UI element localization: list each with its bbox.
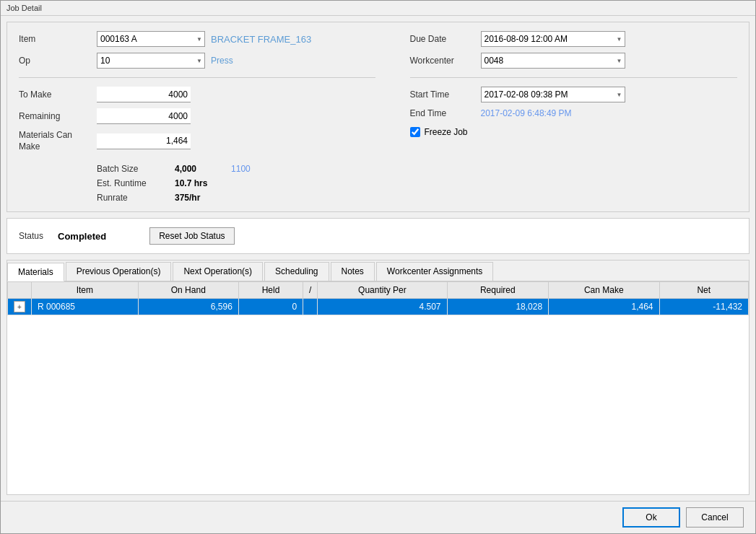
- row-on-hand: 6,596: [138, 299, 238, 315]
- tab-workcenter-assignments[interactable]: Workcenter Assignments: [376, 262, 494, 281]
- bottom-bar: Ok Cancel: [1, 501, 755, 533]
- item-select[interactable]: 000163 A: [97, 31, 205, 47]
- due-date-combo-wrapper[interactable]: 2016-08-09 12:00 AM: [481, 31, 625, 47]
- tab-content-materials: Item On Hand Held /: [7, 281, 749, 494]
- item-row: Item 000163 A BRACKET FRAME_163: [19, 31, 375, 47]
- tab-bar: Materials Previous Operation(s) Next Ope…: [7, 261, 749, 281]
- materials-table: Item On Hand Held /: [7, 281, 749, 315]
- left-column: Item 000163 A BRACKET FRAME_163 Op 10: [19, 31, 375, 203]
- right-column: Due Date 2016-08-09 12:00 AM Workcenter …: [381, 31, 738, 203]
- op-row: Op 10 Press: [19, 53, 375, 69]
- op-select[interactable]: 10: [97, 53, 205, 69]
- item-label: Item: [19, 34, 91, 44]
- batch-size-label: Batch Size: [97, 164, 169, 174]
- remaining-row: Remaining: [19, 108, 375, 124]
- start-time-row: Start Time 2017-02-08 09:38 PM: [410, 87, 738, 102]
- due-date-select[interactable]: 2016-08-09 12:00 AM: [481, 31, 625, 47]
- tab-notes[interactable]: Notes: [331, 262, 375, 281]
- th-slash: /: [303, 282, 318, 299]
- row-required: 18,028: [447, 299, 549, 315]
- row-net: -11,432: [659, 299, 749, 315]
- runrate-row: Runrate 375/hr: [97, 193, 375, 203]
- tabs-section: Materials Previous Operation(s) Next Ope…: [6, 260, 750, 495]
- workcenter-select[interactable]: 0048: [481, 53, 625, 69]
- tab-next-operations[interactable]: Next Operation(s): [173, 262, 263, 281]
- row-quantity-per: 4.507: [318, 299, 447, 315]
- batch-size-row: Batch Size 4,000 1100: [97, 164, 375, 174]
- materials-can-make-row: Materials CanMake: [19, 130, 375, 152]
- main-content: Item 000163 A BRACKET FRAME_163 Op 10: [1, 16, 755, 501]
- runrate-value: 375/hr: [175, 193, 200, 203]
- runrate-label: Runrate: [97, 193, 169, 203]
- row-item: R 000685: [32, 299, 139, 315]
- th-can-make[interactable]: Can Make: [549, 282, 659, 299]
- th-on-hand[interactable]: On Hand: [138, 282, 238, 299]
- th-expander: [8, 282, 32, 299]
- tab-scheduling[interactable]: Scheduling: [264, 262, 329, 281]
- end-time-row: End Time 2017-02-09 6:48:49 PM: [410, 108, 738, 118]
- expand-icon[interactable]: +: [14, 301, 25, 312]
- due-date-row: Due Date 2016-08-09 12:00 AM: [410, 31, 738, 47]
- table-header-row: Item On Hand Held /: [8, 282, 749, 299]
- materials-can-make-label: Materials CanMake: [19, 130, 91, 152]
- cancel-button[interactable]: Cancel: [686, 507, 744, 528]
- materials-can-make-input[interactable]: [97, 134, 191, 149]
- to-make-input[interactable]: [97, 87, 191, 102]
- window-title: Job Detail: [6, 4, 42, 12]
- freeze-job-label: Freeze Job: [425, 127, 468, 137]
- to-make-row: To Make: [19, 87, 375, 102]
- ok-button[interactable]: Ok: [622, 507, 680, 528]
- workcenter-row: Workcenter 0048: [410, 53, 738, 69]
- to-make-label: To Make: [19, 89, 91, 100]
- tab-previous-operations[interactable]: Previous Operation(s): [66, 262, 172, 281]
- due-date-label: Due Date: [410, 34, 475, 44]
- title-bar: Job Detail: [1, 1, 755, 16]
- remaining-input[interactable]: [97, 108, 191, 124]
- th-required[interactable]: Required: [447, 282, 549, 299]
- est-runtime-row: Est. Runtime 10.7 hrs: [97, 178, 375, 188]
- table-row[interactable]: + R 000685 6,596 0: [8, 299, 749, 315]
- end-time-label: End Time: [410, 108, 475, 118]
- th-quantity-per[interactable]: Quantity Per: [318, 282, 447, 299]
- op-name: Press: [211, 56, 233, 66]
- row-slash: [303, 299, 318, 315]
- reset-job-status-button[interactable]: Reset Job Status: [149, 227, 234, 245]
- row-held: 0: [238, 299, 303, 315]
- start-time-combo-wrapper[interactable]: 2017-02-08 09:38 PM: [481, 87, 625, 102]
- item-combo-wrapper[interactable]: 000163 A: [97, 31, 205, 47]
- row-can-make: 1,464: [549, 299, 659, 315]
- start-time-select[interactable]: 2017-02-08 09:38 PM: [481, 87, 625, 102]
- freeze-job-row: Freeze Job: [410, 127, 738, 137]
- end-time-value: 2017-02-09 6:48:49 PM: [481, 108, 572, 118]
- th-net[interactable]: Net: [659, 282, 749, 299]
- runtime-blue-value: 1100: [231, 164, 251, 174]
- est-runtime-value: 10.7 hrs: [175, 178, 207, 188]
- freeze-job-checkbox[interactable]: [410, 127, 420, 137]
- batch-runtime-section: Batch Size 4,000 1100 Est. Runtime 10.7 …: [19, 164, 375, 203]
- th-held[interactable]: Held: [238, 282, 303, 299]
- remaining-label: Remaining: [19, 111, 91, 121]
- th-item[interactable]: Item: [32, 282, 139, 299]
- job-detail-window: Job Detail Item 000163 A BRACKET FRAME_1…: [0, 0, 756, 534]
- status-value: Completed: [58, 231, 106, 242]
- op-combo-wrapper[interactable]: 10: [97, 53, 205, 69]
- status-label: Status: [19, 231, 43, 241]
- workcenter-label: Workcenter: [410, 56, 475, 66]
- op-label: Op: [19, 56, 91, 66]
- status-section: Status Completed Reset Job Status: [6, 218, 750, 254]
- tab-materials[interactable]: Materials: [7, 263, 64, 281]
- workcenter-combo-wrapper[interactable]: 0048: [481, 53, 625, 69]
- batch-size-value: 4,000: [175, 164, 196, 174]
- job-info-section: Item 000163 A BRACKET FRAME_163 Op 10: [6, 22, 750, 212]
- row-expander[interactable]: +: [8, 299, 32, 315]
- start-time-label: Start Time: [410, 89, 475, 100]
- item-name: BRACKET FRAME_163: [211, 34, 311, 45]
- est-runtime-label: Est. Runtime: [97, 178, 169, 188]
